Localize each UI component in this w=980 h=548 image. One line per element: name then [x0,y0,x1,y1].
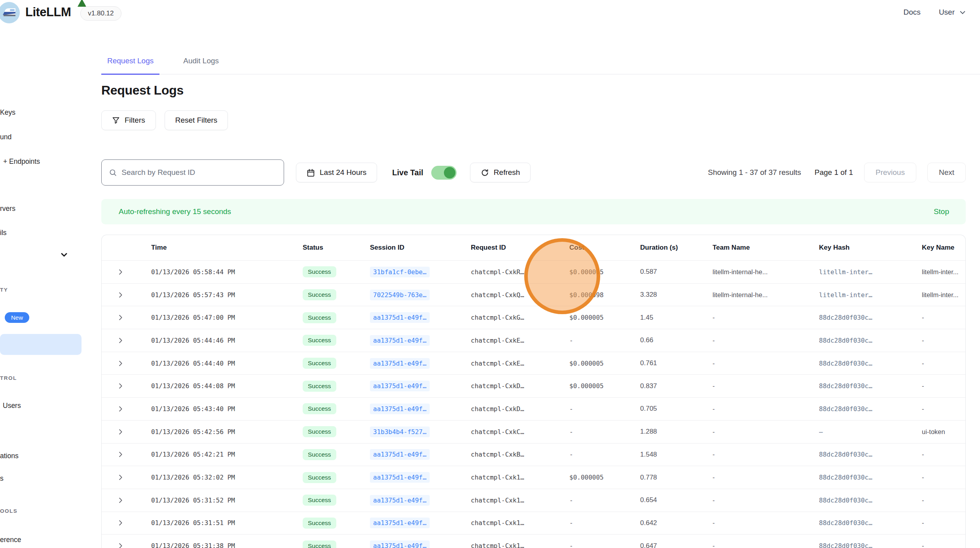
cell-team-name: - [713,474,819,481]
session-id-link[interactable]: 31b3b4b4-f527… [370,427,430,437]
session-id-link[interactable]: aa1375d1-e49f… [370,335,430,346]
user-menu[interactable]: User [939,8,967,17]
cell-request-id: chatcmpl-CxkR… [471,268,569,276]
search-request-id-box [101,159,284,186]
user-menu-label: User [939,8,955,17]
expand-row-button[interactable] [102,405,151,413]
expand-row-button[interactable] [102,314,151,321]
previous-page-button[interactable]: Previous [864,163,916,182]
session-id-link[interactable]: aa1375d1-e49f… [370,472,430,483]
cell-team-name: - [713,428,819,436]
cell-cost: $0.000005 [569,314,640,321]
reset-filters-button[interactable]: Reset Filters [165,110,228,130]
session-id-link[interactable]: aa1375d1-e49f… [370,449,430,460]
cell-key-name: - [922,497,965,504]
cell-time: 01/13/2026 05:42:21 PM [151,451,303,458]
next-page-button[interactable]: Next [927,163,966,182]
session-id-link[interactable]: aa1375d1-e49f… [370,518,430,528]
search-input[interactable] [121,168,277,177]
expand-row-button[interactable] [102,497,151,504]
tab-request-logs[interactable]: Request Logs [101,56,159,75]
cell-duration: 0.642 [640,519,713,527]
cell-key-name: - [922,337,965,344]
sidebar-item-keys[interactable]: Keys [0,108,15,117]
col-time: Time [151,244,303,252]
cell-request-id: chatcmpl-CxkE… [471,337,569,344]
expand-row-button[interactable] [102,542,151,548]
col-team-name: Team Name [713,244,819,252]
table-row[interactable]: 01/13/2026 05:31:38 PM Success aa1375d1-… [102,534,965,548]
table-row[interactable]: 01/13/2026 05:32:02 PM Success aa1375d1-… [102,466,965,489]
live-tail-toggle[interactable] [431,166,457,180]
time-range-button[interactable]: Last 24 Hours [296,163,377,182]
table-row[interactable]: 01/13/2026 05:42:56 PM Success 31b3b4b4-… [102,420,965,443]
top-header: LiteLLM v1.80.12 Docs User [0,0,980,25]
cell-key-hash: 88dc28d0f030c… [819,474,922,481]
expand-row-button[interactable] [102,428,151,436]
cell-key-name: - [922,519,965,527]
table-row[interactable]: 01/13/2026 05:47:00 PM Success aa1375d1-… [102,306,965,329]
sidebar-item-organizations[interactable]: ations [0,452,19,460]
sidebar-item-teams[interactable]: s [0,474,4,483]
chevron-right-icon [117,405,124,413]
expand-row-button[interactable] [102,337,151,344]
session-id-link[interactable]: 31bfa1cf-0ebe… [370,267,430,277]
status-badge: Success [303,266,336,277]
chevron-right-icon [117,519,124,527]
reset-filters-label: Reset Filters [175,116,218,125]
table-row[interactable]: 01/13/2026 05:42:21 PM Success aa1375d1-… [102,443,965,466]
sidebar-item-guardrails[interactable]: ils [0,229,7,237]
expand-row-button[interactable] [102,268,151,276]
table-row[interactable]: 01/13/2026 05:43:40 PM Success aa1375d1-… [102,397,965,420]
stop-auto-refresh-link[interactable]: Stop [934,207,949,216]
session-id-link[interactable]: aa1375d1-e49f… [370,495,430,506]
sidebar-item-reference[interactable]: erence [0,536,21,544]
cell-time: 01/13/2026 05:47:00 PM [151,314,303,321]
tab-audit-logs[interactable]: Audit Logs [177,56,225,74]
expand-row-button[interactable] [102,451,151,458]
table-row[interactable]: 01/13/2026 05:44:46 PM Success aa1375d1-… [102,329,965,352]
session-id-link[interactable]: aa1375d1-e49f… [370,404,430,414]
session-id-link[interactable]: 7022549b-763e… [370,290,430,300]
refresh-button[interactable]: Refresh [470,163,531,182]
status-badge: Success [303,540,336,548]
cell-team-name: - [713,405,819,413]
expand-row-button[interactable] [102,291,151,299]
cell-duration: 3.328 [640,291,713,299]
expand-row-button[interactable] [102,360,151,367]
litellm-logo [0,2,20,23]
session-id-link[interactable]: aa1375d1-e49f… [370,358,430,369]
cell-request-id: chatcmpl-Cxk1… [471,542,569,548]
expand-row-button[interactable] [102,382,151,390]
sidebar-item-selected-logs[interactable] [0,334,82,355]
sidebar-item-endpoints[interactable]: + Endpoints [3,157,40,166]
toggle-knob [444,167,455,178]
table-row[interactable]: 01/13/2026 05:57:43 PM Success 7022549b-… [102,283,965,306]
expand-row-button[interactable] [102,474,151,481]
chevron-right-icon [117,337,124,344]
filters-button[interactable]: Filters [101,110,156,130]
chevron-right-icon [117,314,124,321]
table-row[interactable]: 01/13/2026 05:31:51 PM Success aa1375d1-… [102,512,965,535]
session-id-link[interactable]: aa1375d1-e49f… [370,312,430,323]
table-row[interactable]: 01/13/2026 05:31:52 PM Success aa1375d1-… [102,489,965,512]
cell-cost: $0.000005 [569,268,640,276]
status-badge: Success [303,518,336,529]
session-id-link[interactable]: aa1375d1-e49f… [370,540,430,548]
table-row[interactable]: 01/13/2026 05:58:44 PM Success 31bfa1cf-… [102,260,965,283]
docs-link[interactable]: Docs [904,8,921,17]
sidebar-item-servers[interactable]: rvers [0,205,15,213]
cell-duration: 0.654 [640,496,713,504]
sidebar-item-playground[interactable]: und [0,133,11,141]
table-row[interactable]: 01/13/2026 05:44:08 PM Success aa1375d1-… [102,374,965,397]
col-key-name: Key Name [922,244,965,252]
table-row[interactable]: 01/13/2026 05:44:40 PM Success aa1375d1-… [102,352,965,375]
sidebar-item-users[interactable]: Users [3,402,21,410]
app-title: LiteLLM [25,5,71,19]
session-id-link[interactable]: aa1375d1-e49f… [370,381,430,391]
chevron-right-icon [117,428,124,436]
sidebar-collapse-chevron-icon[interactable] [59,250,69,260]
expand-row-button[interactable] [102,519,151,527]
search-icon [109,168,117,177]
chevron-right-icon [117,291,124,299]
